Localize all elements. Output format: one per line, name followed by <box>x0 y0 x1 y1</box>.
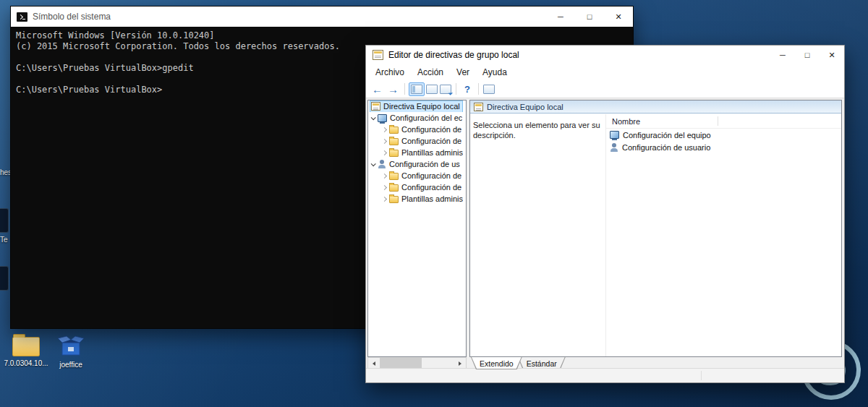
partial-desktop-icon[interactable] <box>0 208 9 233</box>
cmd-titlebar[interactable]: Símbolo del sistema ─ □ ✕ <box>11 7 633 27</box>
scroll-right-arrow-icon[interactable] <box>454 358 466 369</box>
tree-node-label: Configuración de <box>401 125 461 134</box>
cmd-minimize-button[interactable]: ─ <box>546 7 575 27</box>
folder-icon <box>389 127 399 134</box>
toolbar-separator <box>478 83 479 95</box>
chevron-right-icon[interactable] <box>382 184 387 189</box>
scroll-left-arrow-icon[interactable] <box>368 358 380 369</box>
tree-node-label: Configuración de <box>401 171 461 180</box>
chevron-right-icon[interactable] <box>382 138 387 143</box>
gpedit-window-title: Editor de directivas de grupo local <box>388 50 519 60</box>
cmd-window-title: Símbolo del sistema <box>33 12 111 22</box>
column-header-nombre[interactable]: Nombre <box>606 114 841 129</box>
toolbar-separator <box>456 83 456 95</box>
partial-icon-label: Te <box>0 236 8 244</box>
list-item-computer-config[interactable]: Configuración del equipo <box>606 129 841 141</box>
tree-node-folder[interactable]: Configuración de <box>368 170 466 181</box>
tree-node-label: Directiva Equipo local <box>383 102 460 111</box>
user-icon <box>378 160 386 168</box>
tab-extendido[interactable]: Extendido <box>471 357 522 369</box>
tree-node-folder[interactable]: Configuración de <box>368 124 466 135</box>
tree-node-computer-config[interactable]: Configuración del ec <box>368 112 466 124</box>
tree-node-label: Configuración de <box>401 183 461 192</box>
gpedit-main-area: Directiva Equipo local Configuración del… <box>366 98 844 369</box>
back-icon[interactable]: ← <box>370 82 384 96</box>
tree-node-folder[interactable]: Configuración de <box>368 181 466 193</box>
tree-node-root[interactable]: Directiva Equipo local <box>368 100 466 112</box>
chevron-down-icon[interactable] <box>371 161 376 166</box>
desktop-icon-label: joeffice <box>43 361 98 369</box>
scrollbar-track[interactable] <box>380 358 454 369</box>
partial-desktop-icon[interactable] <box>0 266 9 291</box>
menu-ayuda[interactable]: Ayuda <box>476 66 514 79</box>
chevron-right-icon[interactable] <box>382 127 387 132</box>
folder-icon <box>389 138 399 145</box>
tree-node-label: Configuración del ec <box>390 113 462 122</box>
result-pane: Directiva Equipo local Selecciona un ele… <box>469 100 842 357</box>
toolbar-separator <box>404 83 405 95</box>
gpedit-app-icon <box>373 50 383 60</box>
gpedit-titlebar[interactable]: Editor de directivas de grupo local ─ □ … <box>366 46 844 64</box>
new-window-icon[interactable] <box>483 85 495 94</box>
menu-accion[interactable]: Acción <box>411 66 450 79</box>
column-separator[interactable] <box>718 116 718 126</box>
statusbar-separator <box>701 371 702 380</box>
result-pane-title: Directiva Equipo local <box>487 103 563 111</box>
menu-ver[interactable]: Ver <box>450 66 476 79</box>
gpedit-window: Editor de directivas de grupo local ─ □ … <box>365 45 845 383</box>
cmd-maximize-button[interactable]: □ <box>575 7 604 27</box>
result-list: Nombre Configuración del equipo Configur… <box>606 114 841 356</box>
result-pane-header: Directiva Equipo local <box>470 100 841 113</box>
cmd-close-button[interactable]: ✕ <box>604 7 633 27</box>
scrollbar-thumb[interactable] <box>380 358 422 369</box>
tree-node-label: Configuración de us <box>389 160 460 168</box>
gpedit-menubar: Archivo Acción Ver Ayuda <box>366 64 844 80</box>
folder-icon <box>389 150 399 157</box>
list-item-label: Configuración del equipo <box>623 131 711 140</box>
console-node-icon <box>474 103 483 111</box>
chevron-right-icon[interactable] <box>382 150 387 155</box>
list-item-user-config[interactable]: Configuración de usuario <box>606 141 841 153</box>
chevron-right-icon[interactable] <box>382 173 387 178</box>
chevron-down-icon[interactable] <box>371 115 376 120</box>
computer-icon <box>610 131 619 139</box>
user-icon <box>610 143 618 152</box>
properties-icon[interactable] <box>426 85 438 94</box>
folder-icon <box>389 196 399 203</box>
folder-icon <box>389 184 399 192</box>
joeffice-box-icon <box>57 334 85 358</box>
console-line: Microsoft Windows [Versión 10.0.10240] <box>16 30 628 41</box>
desktop: hes Te 7.0.0304.10... joeffice Símbolo d… <box>0 0 868 407</box>
gpedit-statusbar <box>366 368 844 382</box>
tree-node-folder[interactable]: Plantillas adminis <box>368 193 466 205</box>
help-icon[interactable]: ? <box>461 82 474 96</box>
tree-node-folder[interactable]: Configuración de <box>368 135 466 147</box>
show-console-tree-icon[interactable] <box>409 83 424 95</box>
tab-estandar[interactable]: Estándar <box>518 357 566 369</box>
tree-node-label: Plantillas adminis <box>401 194 463 203</box>
tree-node-user-config[interactable]: Configuración de us <box>368 158 466 170</box>
tree-node-label: Plantillas adminis <box>401 148 463 157</box>
cmd-app-icon <box>17 12 27 22</box>
folder-icon <box>12 337 40 356</box>
gpedit-toolbar: ← → ? <box>366 80 844 98</box>
forward-icon[interactable]: → <box>386 82 400 96</box>
export-list-icon[interactable] <box>440 85 451 94</box>
tree-node-label: Configuración de <box>401 137 461 145</box>
gpedit-minimize-button[interactable]: ─ <box>770 46 795 64</box>
gpedit-close-button[interactable]: ✕ <box>820 46 844 64</box>
console-node-icon <box>371 102 380 111</box>
selection-description: Selecciona un elemento para ver su descr… <box>470 114 606 356</box>
console-tree-pane: Directiva Equipo local Configuración del… <box>367 100 467 357</box>
chevron-right-icon[interactable] <box>382 196 387 201</box>
menu-archivo[interactable]: Archivo <box>369 66 411 79</box>
folder-icon <box>389 173 399 180</box>
desktop-icon-joeffice[interactable]: joeffice <box>43 334 98 369</box>
gpedit-maximize-button[interactable]: □ <box>795 46 820 64</box>
computer-icon <box>378 114 387 122</box>
tree-node-folder[interactable]: Plantillas adminis <box>368 147 466 158</box>
list-item-label: Configuración de usuario <box>622 143 710 152</box>
